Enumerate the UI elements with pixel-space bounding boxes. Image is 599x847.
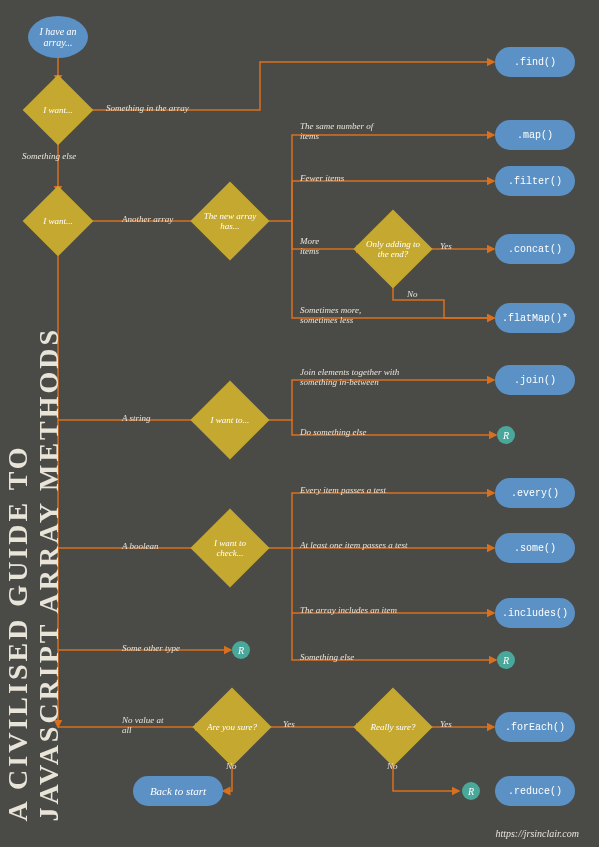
label-some-other: Some other type [122, 644, 180, 654]
label-no-value: No value at all [122, 716, 172, 736]
label-do-else: Do something else [300, 428, 367, 438]
method-concat: .concat() [495, 234, 575, 264]
method-reduce: .reduce() [495, 776, 575, 806]
credit: https://jrsinclair.com [495, 828, 579, 839]
label-something-else-2: Something else [300, 653, 354, 663]
diamond-only-end: Only adding to the end? [363, 219, 423, 279]
back-to-start: Back to start [133, 776, 223, 806]
r-node-string: R [497, 426, 515, 444]
label-something-in-array: Something in the array [106, 104, 189, 114]
diamond-want-bool: I want to check... [200, 518, 260, 578]
start-node: I have an array... [28, 16, 88, 58]
label-fewer: Fewer items [300, 174, 344, 184]
method-some: .some() [495, 533, 575, 563]
label-yes-2: Yes [283, 720, 295, 730]
label-no-2: No [226, 762, 237, 772]
label-join-elems: Join elements together with something in… [300, 368, 420, 388]
label-something-else: Something else [22, 152, 76, 162]
method-join: .join() [495, 365, 575, 395]
label-a-string: A string [122, 414, 151, 424]
label-every-test: Every item passes a test [300, 486, 386, 496]
diamond-new-array: The new array has... [200, 191, 260, 251]
label-no-3: No [387, 762, 398, 772]
label-at-least-one: At least one item passes a test [300, 541, 408, 551]
method-find: .find() [495, 47, 575, 77]
label-sometimes: Sometimes more, sometimes less [300, 306, 390, 326]
method-every: .every() [495, 478, 575, 508]
poster-title: A CIVILISED GUIDE TOJAVASCRIPT ARRAY MET… [3, 327, 65, 822]
method-map: .map() [495, 120, 575, 150]
diamond-really: Really sure? [363, 697, 423, 757]
method-includes: .includes() [495, 598, 575, 628]
label-same-number: The same number of items [300, 122, 390, 142]
label-another-array: Another array [122, 215, 173, 225]
r-node-reduce: R [462, 782, 480, 800]
label-a-bool: A boolean [122, 542, 159, 552]
label-yes-1: Yes [440, 242, 452, 252]
method-flatmap: .flatMap()* [495, 303, 575, 333]
diamond-want-1: I want... [28, 80, 88, 140]
label-includes-item: The array includes an item [300, 606, 397, 616]
diamond-sure: Are you sure? [202, 697, 262, 757]
diamond-want-string: I want to... [200, 390, 260, 450]
r-node-bool-else: R [497, 651, 515, 669]
label-no-1: No [407, 290, 418, 300]
label-yes-3: Yes [440, 720, 452, 730]
method-filter: .filter() [495, 166, 575, 196]
diamond-want-2: I want... [28, 191, 88, 251]
method-foreach: .forEach() [495, 712, 575, 742]
r-node-other-type: R [232, 641, 250, 659]
label-more: More items [300, 237, 340, 257]
